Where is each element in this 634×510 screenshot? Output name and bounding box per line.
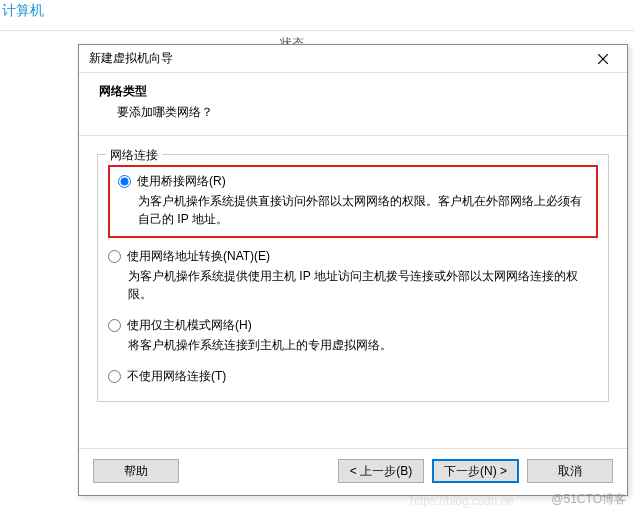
radio-hostonly-label: 使用仅主机模式网络(H) xyxy=(127,317,252,334)
close-icon xyxy=(598,54,608,64)
dialog-title: 新建虚拟机向导 xyxy=(89,50,173,67)
next-button[interactable]: 下一步(N) > xyxy=(432,459,519,483)
cancel-button[interactable]: 取消 xyxy=(527,459,613,483)
help-button[interactable]: 帮助 xyxy=(93,459,179,483)
fieldset-legend: 网络连接 xyxy=(106,147,162,164)
titlebar: 新建虚拟机向导 xyxy=(79,45,627,73)
dialog-footer: 帮助 < 上一步(B) 下一步(N) > 取消 xyxy=(79,448,627,495)
highlighted-option: 使用桥接网络(R) 为客户机操作系统提供直接访问外部以太网网络的权限。客户机在外… xyxy=(108,165,598,238)
back-button[interactable]: < 上一步(B) xyxy=(338,459,424,483)
radio-none-label: 不使用网络连接(T) xyxy=(127,368,226,385)
radio-bridged-label: 使用桥接网络(R) xyxy=(137,173,226,190)
close-button[interactable] xyxy=(585,47,621,71)
dialog-content: 网络连接 使用桥接网络(R) 为客户机操作系统提供直接访问外部以太网网络的权限。… xyxy=(79,136,627,448)
network-fieldset: 网络连接 使用桥接网络(R) 为客户机操作系统提供直接访问外部以太网网络的权限。… xyxy=(97,154,609,402)
radio-hostonly-input[interactable] xyxy=(108,319,121,332)
radio-nat-input[interactable] xyxy=(108,250,121,263)
radio-nat-label: 使用网络地址转换(NAT)(E) xyxy=(127,248,270,265)
radio-bridged[interactable]: 使用桥接网络(R) xyxy=(118,173,588,190)
dialog-header: 网络类型 要添加哪类网络？ xyxy=(79,73,627,136)
radio-bridged-input[interactable] xyxy=(118,175,131,188)
header-subtitle: 要添加哪类网络？ xyxy=(99,104,607,121)
background-divider xyxy=(0,30,634,31)
radio-none[interactable]: 不使用网络连接(T) xyxy=(108,368,598,385)
header-title: 网络类型 xyxy=(99,83,607,100)
radio-none-input[interactable] xyxy=(108,370,121,383)
watermark-url: https://blog.csdn.ne xyxy=(410,494,514,508)
wizard-dialog: 新建虚拟机向导 网络类型 要添加哪类网络？ 网络连接 使用桥接网络(R) 为客户… xyxy=(78,44,628,496)
background-link[interactable]: 计算机 xyxy=(0,2,44,20)
radio-nat-desc: 为客户机操作系统提供使用主机 IP 地址访问主机拨号连接或外部以太网网络连接的权… xyxy=(108,267,598,303)
radio-bridged-desc: 为客户机操作系统提供直接访问外部以太网网络的权限。客户机在外部网络上必须有自己的… xyxy=(118,192,588,228)
radio-hostonly-desc: 将客户机操作系统连接到主机上的专用虚拟网络。 xyxy=(108,336,598,354)
radio-nat[interactable]: 使用网络地址转换(NAT)(E) xyxy=(108,248,598,265)
radio-hostonly[interactable]: 使用仅主机模式网络(H) xyxy=(108,317,598,334)
